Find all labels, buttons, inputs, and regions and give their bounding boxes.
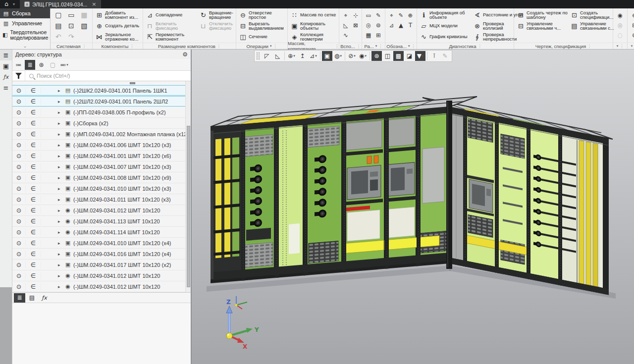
include-icon[interactable]: ∈: [26, 229, 41, 236]
object-info-button[interactable]: ℹИнформация об объекте: [419, 9, 472, 20]
print-preview-icon[interactable]: ⊡: [68, 22, 74, 30]
tab-components[interactable]: ▤: [26, 293, 38, 303]
expand-arrow-icon[interactable]: ▸: [58, 241, 64, 246]
dim-radial-icon[interactable]: ◎: [366, 22, 371, 29]
group-handle-icon[interactable]: ⋮: [335, 44, 339, 49]
manage-linked-drawings-button[interactable]: ⊟Управление связанными ч...: [516, 20, 569, 31]
group-handle-icon[interactable]: ⋮: [412, 44, 416, 49]
include-icon[interactable]: ∈: [26, 207, 41, 214]
expand-arrow-icon[interactable]: ▸: [58, 219, 64, 224]
tree-item[interactable]: ⊙ ∈ ▸ (-)ШМ.0249-0341.113 ШМТ 10x120: [12, 216, 191, 227]
tree-item[interactable]: ⊙ ∈ ▸ (-)ШМ.0249-0341.007 ШМТ 10x120 (x3…: [12, 161, 191, 172]
group-caret-icon[interactable]: ▾: [408, 44, 410, 48]
tree-item[interactable]: ⊙ ∈ ▸ (-)Сборка (x2): [12, 118, 191, 129]
grid-array-button[interactable]: ∷Массив по сетке: [289, 9, 343, 20]
dim-sketch-icon[interactable]: ✎: [376, 12, 381, 19]
expand-arrow-icon[interactable]: ▸: [58, 154, 64, 158]
tab-close-icon[interactable]: ×: [92, 1, 96, 7]
save-as-icon[interactable]: ▧: [81, 22, 87, 30]
print-icon[interactable]: ▤: [55, 22, 61, 30]
insert-component-icon[interactable]: ◉: [618, 12, 623, 19]
include-icon[interactable]: ∈: [26, 120, 41, 127]
sketch-button[interactable]: ✎: [440, 51, 450, 61]
expand-arrow-icon[interactable]: ▸: [58, 132, 64, 137]
expand-arrow-icon[interactable]: ▸: [58, 252, 64, 257]
tree-view-structure-button[interactable]: ≣: [25, 60, 35, 70]
visibility-eye-icon[interactable]: ⊙: [12, 131, 26, 138]
include-icon[interactable]: ∈: [26, 185, 41, 192]
visibility-eye-icon[interactable]: ⊙: [12, 109, 26, 116]
display-mode-button[interactable]: ◍▾: [333, 51, 343, 61]
expand-arrow-icon[interactable]: ▸: [58, 88, 64, 93]
open-document-icon[interactable]: ▭: [68, 11, 74, 19]
include-icon[interactable]: ∈: [26, 131, 41, 138]
include-icon[interactable]: ∈: [26, 283, 41, 290]
visibility-eye-icon[interactable]: ⊙: [12, 283, 26, 290]
create-drawing-template-button[interactable]: ⊞Создать чертеж по шаблону: [516, 9, 569, 20]
zoom-button[interactable]: ⊕▾: [286, 51, 297, 61]
home-menu-caret[interactable]: ▾: [13, 2, 15, 6]
dim-diameter-icon[interactable]: ⊚: [376, 22, 381, 29]
tree-item[interactable]: ⊙ ∈ ▸ (-)ШМ.0249-0341.012 ШМТ 10x120: [12, 205, 191, 216]
update-icon[interactable]: ◌: [618, 32, 623, 39]
viewport-toolbar-grip[interactable]: [256, 52, 260, 60]
create-part-button[interactable]: ⊕Создать деталь: [94, 20, 148, 31]
add-instance-icon[interactable]: ⊚: [632, 32, 634, 39]
dim-table-icon[interactable]: ▦: [366, 32, 371, 39]
note-tolerance-icon[interactable]: ▲: [399, 22, 403, 29]
tree-scrollbar-thumb[interactable]: [187, 126, 190, 287]
include-icon[interactable]: ∈: [26, 240, 41, 247]
tab-tree[interactable]: ≣: [14, 293, 25, 303]
tree-item[interactable]: ⊙ ∈ ▸ (-)ШМ.0249-0341.011 ШМТ 10x120 (x3…: [12, 194, 191, 205]
group-caret-icon[interactable]: ▾: [375, 44, 377, 48]
search-input[interactable]: Поиск (Ctrl+/): [37, 73, 70, 79]
note-mark-icon[interactable]: ⊕: [408, 12, 413, 19]
expand-arrow-icon[interactable]: ▸: [58, 99, 64, 104]
add-component-button[interactable]: ⊞Добавить компонент из...: [94, 9, 148, 20]
visibility-eye-icon[interactable]: ⊙: [12, 185, 26, 192]
mass-properties-button[interactable]: ▱МЦХ модели: [419, 20, 472, 31]
tree-item[interactable]: ⊙ ∈ ▸ (-)ШМ.0249-0341.016 ШМТ 10x120 (x4…: [12, 249, 191, 260]
expand-arrow-icon[interactable]: ▸: [58, 273, 64, 278]
tree-item[interactable]: ⊙ ∈ ▸ (-)ШМ.0249-0341.008 ШМТ 10x120 (x9…: [12, 172, 191, 183]
expand-arrow-icon[interactable]: ▸: [58, 230, 64, 235]
visibility-eye-icon[interactable]: ⊙: [12, 196, 26, 203]
tree-item[interactable]: ⊙ ∈ ▸ (-)ШМ.0249-0341.017 ШМТ 10x120 (x2…: [12, 260, 191, 270]
snap-mode-button[interactable]: ⊛: [371, 51, 382, 61]
measure-button[interactable]: ⊺: [429, 51, 439, 61]
visibility-eye-icon[interactable]: ⊙: [12, 272, 26, 279]
include-icon[interactable]: ∈: [26, 251, 41, 258]
tree-item[interactable]: ⊙ ∈ ▸ (-)2ШЛ2.0249-0341.001 Панель 2ШЛ2: [12, 96, 191, 107]
group-handle-icon[interactable]: ⋮: [130, 44, 134, 49]
section-view-button[interactable]: ◉▾: [358, 51, 368, 61]
tree-item[interactable]: ⊙ ∈ ▸ (-)ПП-0249-0348.005 П-профиль (x2): [12, 107, 191, 118]
app-menu-item-management[interactable]: ▥ Управление: [0, 18, 50, 28]
visibility-eye-icon[interactable]: ⊙: [12, 218, 26, 225]
aux-axis-icon[interactable]: ⊹: [353, 12, 358, 19]
expand-arrow-icon[interactable]: ▸: [58, 197, 64, 202]
curvature-graph-button[interactable]: ∿График кривизны: [419, 31, 472, 42]
expand-arrow-icon[interactable]: ▸: [58, 186, 64, 191]
tree-item[interactable]: ⊙ ∈ ▸ (-)ШМ.0249-0341.006 ШМТ 10x120 (x3…: [12, 140, 191, 151]
viewport[interactable]: Z Y X ◸◺⊕▾↥⊿▾▣◍▾⊘▾◉▾⊛◫▩◪▼▾⊺✎: [192, 50, 634, 364]
visibility-eye-icon[interactable]: ⊙: [12, 229, 26, 236]
include-icon[interactable]: ∈: [26, 109, 41, 116]
include-icon[interactable]: ∈: [26, 272, 41, 279]
include-icon[interactable]: ∈: [26, 196, 41, 203]
flat-pattern-button[interactable]: ◪: [404, 51, 415, 61]
save-icon[interactable]: ▦: [81, 11, 87, 19]
add-feature-icon[interactable]: ⊕: [632, 12, 634, 19]
visibility-eye-icon[interactable]: ⊙: [12, 153, 26, 159]
group-handle-icon[interactable]: ⋮: [587, 44, 591, 49]
visibility-eye-icon[interactable]: ⊙: [12, 261, 26, 268]
include-icon[interactable]: ∈: [26, 174, 41, 181]
hide-objects-button[interactable]: ⊘▾: [347, 51, 357, 61]
section-button[interactable]: ◫Сечение: [238, 31, 291, 42]
construction-geometry-button[interactable]: ◺: [272, 51, 283, 61]
group-caret-icon[interactable]: ▾: [631, 44, 633, 48]
include-icon[interactable]: ∈: [26, 218, 41, 225]
tree-view-components-button[interactable]: ⊛: [36, 60, 47, 70]
visibility-eye-icon[interactable]: ⊙: [12, 163, 26, 170]
note-leader-icon[interactable]: ✎: [399, 12, 404, 19]
tree-item[interactable]: ⊙ ∈ ▸ (-)ШМ.0249-0341.114 ШМТ 10x120: [12, 227, 191, 238]
